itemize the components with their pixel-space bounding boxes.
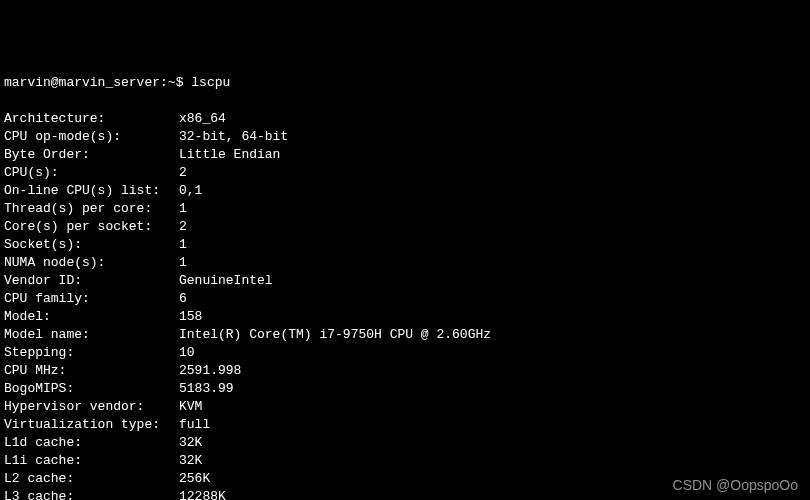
lscpu-row: Byte Order:Little Endian [4, 146, 806, 164]
lscpu-label: Socket(s): [4, 236, 179, 254]
prompt-command[interactable]: lscpu [191, 75, 230, 90]
lscpu-row: On-line CPU(s) list:0,1 [4, 182, 806, 200]
lscpu-value: full [179, 416, 806, 434]
lscpu-label: L2 cache: [4, 470, 179, 488]
lscpu-value: 32K [179, 434, 806, 452]
lscpu-value: 1 [179, 254, 806, 272]
lscpu-row: Virtualization type:full [4, 416, 806, 434]
lscpu-value: KVM [179, 398, 806, 416]
lscpu-label: NUMA node(s): [4, 254, 179, 272]
lscpu-label: L3 cache: [4, 488, 179, 500]
lscpu-value: x86_64 [179, 110, 806, 128]
lscpu-label: Vendor ID: [4, 272, 179, 290]
lscpu-value: 158 [179, 308, 806, 326]
prompt-symbol: $ [176, 75, 184, 90]
lscpu-value: 2591.998 [179, 362, 806, 380]
lscpu-value: 10 [179, 344, 806, 362]
lscpu-row: L1i cache:32K [4, 452, 806, 470]
shell-prompt-line: marvin@marvin_server:~$ lscpu [4, 74, 806, 92]
lscpu-value: 5183.99 [179, 380, 806, 398]
lscpu-row: Stepping:10 [4, 344, 806, 362]
lscpu-output: Architecture:x86_64CPU op-mode(s):32-bit… [4, 110, 806, 500]
lscpu-label: CPU MHz: [4, 362, 179, 380]
lscpu-row: CPU op-mode(s):32-bit, 64-bit [4, 128, 806, 146]
lscpu-row: Architecture:x86_64 [4, 110, 806, 128]
lscpu-label: Core(s) per socket: [4, 218, 179, 236]
lscpu-label: Stepping: [4, 344, 179, 362]
lscpu-label: On-line CPU(s) list: [4, 182, 179, 200]
lscpu-value: 2 [179, 164, 806, 182]
lscpu-label: Model: [4, 308, 179, 326]
lscpu-row: NUMA node(s):1 [4, 254, 806, 272]
lscpu-row: Thread(s) per core:1 [4, 200, 806, 218]
prompt-user-host: marvin@marvin_server [4, 75, 160, 90]
lscpu-label: Virtualization type: [4, 416, 179, 434]
lscpu-row: CPU MHz:2591.998 [4, 362, 806, 380]
lscpu-value: 32-bit, 64-bit [179, 128, 806, 146]
lscpu-row: Model name:Intel(R) Core(TM) i7-9750H CP… [4, 326, 806, 344]
lscpu-label: CPU family: [4, 290, 179, 308]
lscpu-row: CPU(s):2 [4, 164, 806, 182]
lscpu-value: Intel(R) Core(TM) i7-9750H CPU @ 2.60GHz [179, 326, 806, 344]
lscpu-value: 6 [179, 290, 806, 308]
lscpu-value: 1 [179, 200, 806, 218]
lscpu-label: Architecture: [4, 110, 179, 128]
lscpu-label: Thread(s) per core: [4, 200, 179, 218]
lscpu-row: BogoMIPS:5183.99 [4, 380, 806, 398]
lscpu-row: Core(s) per socket:2 [4, 218, 806, 236]
lscpu-value: 32K [179, 452, 806, 470]
lscpu-label: Byte Order: [4, 146, 179, 164]
lscpu-row: CPU family:6 [4, 290, 806, 308]
lscpu-value: 1 [179, 236, 806, 254]
lscpu-value: 0,1 [179, 182, 806, 200]
lscpu-value: GenuineIntel [179, 272, 806, 290]
lscpu-value: Little Endian [179, 146, 806, 164]
lscpu-label: Hypervisor vendor: [4, 398, 179, 416]
lscpu-label: L1i cache: [4, 452, 179, 470]
lscpu-row: Vendor ID:GenuineIntel [4, 272, 806, 290]
lscpu-label: CPU(s): [4, 164, 179, 182]
lscpu-label: BogoMIPS: [4, 380, 179, 398]
lscpu-row: Model:158 [4, 308, 806, 326]
lscpu-label: Model name: [4, 326, 179, 344]
lscpu-value: 2 [179, 218, 806, 236]
lscpu-row: Socket(s):1 [4, 236, 806, 254]
lscpu-row: Hypervisor vendor:KVM [4, 398, 806, 416]
prompt-path: ~ [168, 75, 176, 90]
lscpu-label: CPU op-mode(s): [4, 128, 179, 146]
lscpu-label: L1d cache: [4, 434, 179, 452]
lscpu-row: L1d cache:32K [4, 434, 806, 452]
watermark-text: CSDN @OopspoOo [673, 476, 798, 494]
